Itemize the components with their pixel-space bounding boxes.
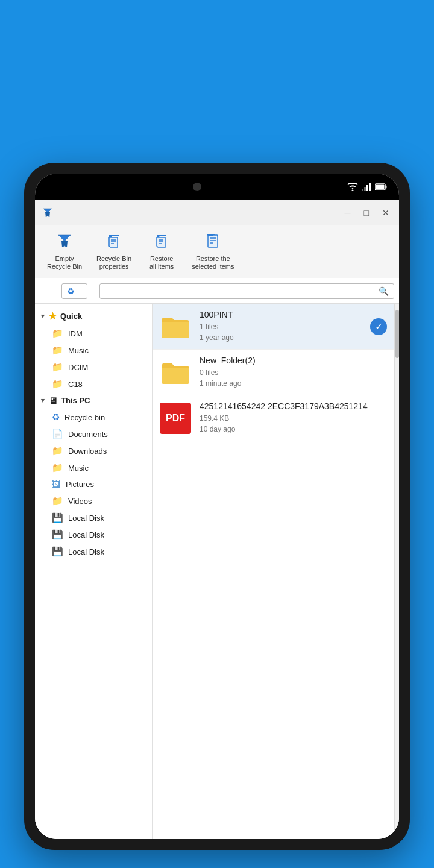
status-bar [35, 174, 399, 200]
file-name-1: New_Folder(2) [200, 356, 387, 365]
scrollbar-thumb[interactable] [395, 310, 399, 358]
sidebar-pc-icon-6: 💾 [52, 512, 63, 523]
sidebar-thispc-header[interactable]: ▾ 🖥 This PC [35, 392, 152, 409]
sidebar-item-label-3: C18 [68, 380, 83, 389]
sidebar-pc-icon-5: 📁 [52, 495, 63, 506]
wifi-icon [347, 183, 358, 191]
toolbar-btn-restore-selected-items[interactable]: Restore the selected items [186, 229, 240, 274]
toolbar-btn-empty-recycle-bin[interactable]: Empty Recycle Bin [41, 229, 88, 274]
file-check-0: ✓ [370, 318, 387, 335]
toolbar-label-restore-all-items: Restore all items [149, 255, 174, 271]
sidebar-pc-item-6[interactable]: 💾 Local Disk [35, 509, 152, 526]
toolbar-icon-empty-recycle-bin [56, 233, 73, 253]
sidebar: ▾ ★ Quick 📁 IDM 📁 Music 📁 DCIM 📁 C18 ▾ 🖥… [35, 304, 153, 839]
sidebar-pc-item-2[interactable]: 📁 Downloads [35, 442, 152, 459]
search-box[interactable]: 🔍 [99, 283, 394, 299]
scrollbar-track[interactable] [394, 304, 399, 839]
camera-notch [193, 183, 201, 191]
sidebar-pc-item-5[interactable]: 📁 Videos [35, 492, 152, 509]
file-meta-2: 159.4 KB10 day ago [200, 413, 387, 435]
sidebar-pc-label-5: Videos [68, 497, 92, 506]
sidebar-quick-item-2[interactable]: 📁 DCIM [35, 359, 152, 376]
address-bar: ♻ 🔍 [35, 278, 399, 304]
toolbar-label-empty-recycle-bin: Empty Recycle Bin [47, 255, 82, 271]
folder-thumb-1 [160, 357, 191, 388]
refresh-button[interactable] [91, 289, 96, 294]
phone-frame: ─ □ ✕ Empty Recycle Bin Recycle Bin prop… [24, 163, 410, 850]
file-info-0: 100PINT 1 files1 year ago [200, 310, 362, 343]
toolbar-icon-restore-selected-items [204, 233, 221, 253]
file-name-0: 100PINT [200, 310, 362, 319]
toolbar-icon-restore-all-items [153, 233, 170, 253]
minimize-button[interactable]: ─ [341, 207, 354, 219]
pdf-thumb-2: PDF [160, 403, 191, 434]
file-item-2[interactable]: PDF 42512141654242 2ECC3F3179A3B4251214 … [153, 395, 394, 441]
back-button[interactable] [40, 289, 47, 294]
sidebar-pc-label-3: Music [68, 464, 89, 473]
svg-rect-4 [369, 183, 371, 191]
sidebar-quick-header[interactable]: ▾ ★ Quick [35, 307, 152, 325]
svg-rect-18 [207, 234, 213, 236]
sidebar-pc-label-7: Local Disk [68, 530, 104, 539]
sidebar-pc-label-1: Documents [68, 430, 108, 439]
sidebar-item-icon-2: 📁 [52, 362, 63, 373]
sidebar-quick-item-0[interactable]: 📁 IDM [35, 325, 152, 342]
sidebar-pc-item-8[interactable]: 💾 Local Disk [35, 543, 152, 560]
sidebar-pc-icon-8: 💾 [52, 546, 63, 557]
file-meta-0: 1 files1 year ago [200, 321, 362, 343]
sidebar-pc-item-3[interactable]: 📁 Music [35, 459, 152, 476]
forward-button[interactable] [51, 289, 58, 294]
sidebar-pc-label-4: Pictures [66, 480, 94, 489]
toolbar-btn-restore-all-items[interactable]: Restore all items [140, 229, 183, 274]
sidebar-item-icon-0: 📁 [52, 328, 63, 339]
window: ─ □ ✕ Empty Recycle Bin Recycle Bin prop… [35, 200, 399, 839]
file-item-0[interactable]: 100PINT 1 files1 year ago ✓ [153, 304, 394, 350]
sidebar-pc-label-6: Local Disk [68, 514, 104, 523]
svg-rect-6 [386, 186, 387, 189]
window-controls: ─ □ ✕ [341, 207, 393, 219]
sidebar-pc-item-1[interactable]: 📄 Documents [35, 426, 152, 442]
hero-section [0, 0, 434, 60]
file-info-2: 42512141654242 2ECC3F3179A3B4251214 159.… [200, 401, 387, 435]
sidebar-pc-item-7[interactable]: 💾 Local Disk [35, 526, 152, 543]
address-pill[interactable]: ♻ [61, 283, 87, 299]
address-recycle-icon: ♻ [67, 286, 75, 296]
sidebar-quick-item-3[interactable]: 📁 C18 [35, 376, 152, 392]
battery-icon [375, 183, 387, 191]
pdf-label-2: PDF [166, 413, 185, 424]
toolbar-label-restore-selected-items: Restore the selected items [192, 255, 234, 271]
sidebar-quick-item-1[interactable]: 📁 Music [35, 342, 152, 359]
pc-icon: 🖥 [48, 395, 57, 406]
pc-label: This PC [61, 396, 90, 405]
file-item-1[interactable]: New_Folder(2) 0 files1 minute ago [153, 350, 394, 395]
maximize-button[interactable]: □ [360, 207, 373, 219]
file-name-2: 42512141654242 2ECC3F3179A3B4251214 [200, 401, 387, 411]
toolbar-btn-recycle-bin-properties[interactable]: Recycle Bin properties [90, 229, 137, 274]
file-meta-1: 0 files1 minute ago [200, 367, 387, 389]
search-icon: 🔍 [379, 286, 389, 296]
pc-chevron: ▾ [41, 397, 45, 404]
svg-rect-3 [366, 185, 368, 191]
svg-point-0 [352, 190, 354, 192]
phone-screen: ─ □ ✕ Empty Recycle Bin Recycle Bin prop… [35, 174, 399, 839]
sidebar-item-label-1: Music [68, 346, 89, 355]
quick-star-icon: ★ [48, 310, 57, 322]
svg-rect-14 [208, 235, 218, 247]
sidebar-pc-item-0[interactable]: ♻ Recycle bin [35, 409, 152, 426]
sidebar-pc-icon-4: 🖼 [52, 479, 61, 489]
file-list: 100PINT 1 files1 year ago ✓ New_Folder(2… [153, 304, 394, 839]
file-info-1: New_Folder(2) 0 files1 minute ago [200, 356, 387, 389]
sidebar-pc-item-4[interactable]: 🖼 Pictures [35, 476, 152, 492]
sidebar-item-icon-3: 📁 [52, 379, 63, 389]
sidebar-pc-icon-2: 📁 [52, 445, 63, 456]
toolbar-icon-recycle-bin-properties [105, 233, 122, 253]
sidebar-item-icon-1: 📁 [52, 345, 63, 356]
folder-thumb-0 [160, 311, 191, 342]
sidebar-pc-icon-7: 💾 [52, 529, 63, 540]
status-icons [347, 183, 387, 191]
sidebar-pc-icon-0: ♻ [52, 412, 60, 423]
sidebar-pc-icon-3: 📁 [52, 462, 63, 473]
svg-rect-7 [376, 185, 385, 189]
close-button[interactable]: ✕ [379, 207, 393, 219]
sidebar-pc-label-0: Recycle bin [64, 413, 105, 422]
